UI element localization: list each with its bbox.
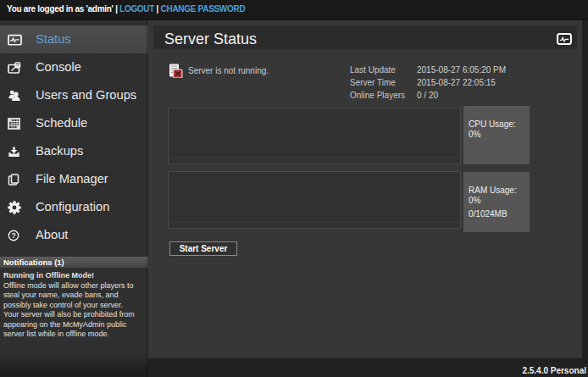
svg-text:?: ?	[11, 231, 15, 240]
